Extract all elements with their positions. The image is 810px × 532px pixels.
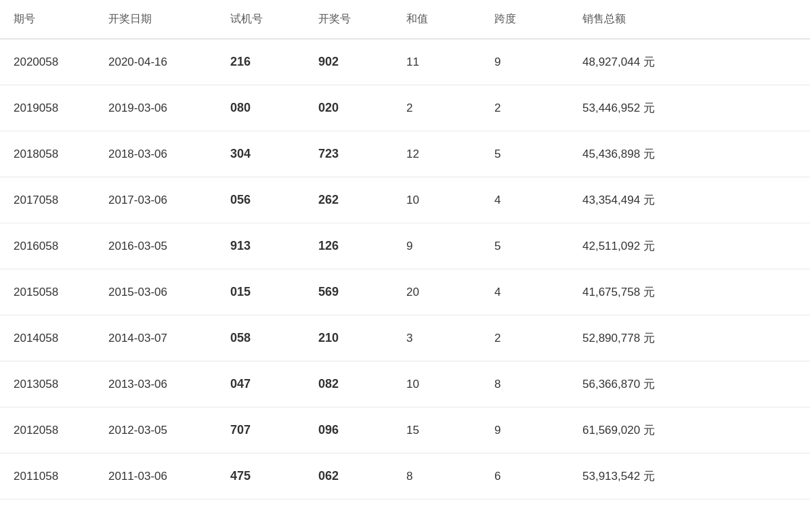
cell-period: 2014058	[0, 315, 95, 361]
header-period: 期号	[0, 0, 95, 39]
cell-trial: 015	[217, 269, 305, 315]
cell-sales: 52,890,778 元	[569, 315, 810, 361]
table-body: 20200582020-04-1621690211948,927,044 元20…	[0, 39, 810, 500]
header-sales: 销售总额	[569, 0, 810, 39]
cell-period: 2012058	[0, 407, 95, 453]
cell-trial: 475	[217, 453, 305, 500]
cell-period: 2013058	[0, 361, 95, 407]
cell-sum: 10	[393, 177, 481, 223]
cell-sales: 48,927,044 元	[569, 39, 810, 85]
cell-sales: 53,446,952 元	[569, 85, 810, 131]
cell-sum: 3	[393, 315, 481, 361]
cell-winning: 569	[305, 269, 393, 315]
cell-trial: 707	[217, 407, 305, 453]
cell-winning: 902	[305, 39, 393, 85]
cell-trial: 058	[217, 315, 305, 361]
cell-span: 4	[481, 177, 569, 223]
cell-span: 6	[481, 453, 569, 500]
cell-date: 2017-03-06	[95, 177, 217, 223]
cell-span: 2	[481, 315, 569, 361]
header-row: 期号 开奖日期 试机号 开奖号 和值 跨度 销售总额	[0, 0, 810, 39]
cell-winning: 082	[305, 361, 393, 407]
table-row: 20160582016-03-059131269542,511,092 元	[0, 223, 810, 269]
cell-winning: 126	[305, 223, 393, 269]
header-span: 跨度	[481, 0, 569, 39]
cell-sales: 41,675,758 元	[569, 269, 810, 315]
cell-period: 2015058	[0, 269, 95, 315]
cell-sum: 2	[393, 85, 481, 131]
cell-sales: 45,436,898 元	[569, 131, 810, 177]
table-row: 20110582011-03-064750628653,913,542 元	[0, 453, 810, 500]
table-row: 20180582018-03-0630472312545,436,898 元	[0, 131, 810, 177]
cell-winning: 096	[305, 407, 393, 453]
header-trial: 试机号	[217, 0, 305, 39]
header-sum: 和值	[393, 0, 481, 39]
cell-period: 2020058	[0, 39, 95, 85]
cell-trial: 913	[217, 223, 305, 269]
table-header: 期号 开奖日期 试机号 开奖号 和值 跨度 销售总额	[0, 0, 810, 39]
cell-period: 2017058	[0, 177, 95, 223]
cell-sales: 42,511,092 元	[569, 223, 810, 269]
cell-span: 5	[481, 223, 569, 269]
cell-span: 9	[481, 407, 569, 453]
cell-sales: 61,569,020 元	[569, 407, 810, 453]
cell-winning: 262	[305, 177, 393, 223]
cell-span: 4	[481, 269, 569, 315]
cell-sum: 15	[393, 407, 481, 453]
lottery-table: 期号 开奖日期 试机号 开奖号 和值 跨度 销售总额 20200582020-0…	[0, 0, 810, 500]
cell-trial: 047	[217, 361, 305, 407]
cell-sum: 20	[393, 269, 481, 315]
cell-span: 8	[481, 361, 569, 407]
cell-sum: 9	[393, 223, 481, 269]
cell-trial: 056	[217, 177, 305, 223]
cell-span: 5	[481, 131, 569, 177]
main-container: 期号 开奖日期 试机号 开奖号 和值 跨度 销售总额 20200582020-0…	[0, 0, 810, 532]
cell-sales: 53,913,542 元	[569, 453, 810, 500]
cell-sum: 8	[393, 453, 481, 500]
cell-date: 2016-03-05	[95, 223, 217, 269]
cell-winning: 020	[305, 85, 393, 131]
cell-period: 2016058	[0, 223, 95, 269]
cell-date: 2012-03-05	[95, 407, 217, 453]
table-row: 20130582013-03-0604708210856,366,870 元	[0, 361, 810, 407]
cell-winning: 062	[305, 453, 393, 500]
cell-trial: 080	[217, 85, 305, 131]
cell-span: 9	[481, 39, 569, 85]
cell-date: 2011-03-06	[95, 453, 217, 500]
cell-sum: 12	[393, 131, 481, 177]
cell-date: 2014-03-07	[95, 315, 217, 361]
header-winning: 开奖号	[305, 0, 393, 39]
cell-sum: 10	[393, 361, 481, 407]
cell-winning: 210	[305, 315, 393, 361]
cell-date: 2013-03-06	[95, 361, 217, 407]
table-row: 20170582017-03-0605626210443,354,494 元	[0, 177, 810, 223]
table-row: 20150582015-03-0601556920441,675,758 元	[0, 269, 810, 315]
cell-date: 2015-03-06	[95, 269, 217, 315]
table-row: 20190582019-03-060800202253,446,952 元	[0, 85, 810, 131]
cell-period: 2018058	[0, 131, 95, 177]
cell-date: 2018-03-06	[95, 131, 217, 177]
cell-trial: 304	[217, 131, 305, 177]
cell-trial: 216	[217, 39, 305, 85]
table-row: 20200582020-04-1621690211948,927,044 元	[0, 39, 810, 85]
header-date: 开奖日期	[95, 0, 217, 39]
cell-period: 2011058	[0, 453, 95, 500]
cell-period: 2019058	[0, 85, 95, 131]
table-row: 20140582014-03-070582103252,890,778 元	[0, 315, 810, 361]
cell-span: 2	[481, 85, 569, 131]
cell-date: 2020-04-16	[95, 39, 217, 85]
cell-sales: 43,354,494 元	[569, 177, 810, 223]
cell-sum: 11	[393, 39, 481, 85]
table-row: 20120582012-03-0570709615961,569,020 元	[0, 407, 810, 453]
cell-winning: 723	[305, 131, 393, 177]
cell-sales: 56,366,870 元	[569, 361, 810, 407]
cell-date: 2019-03-06	[95, 85, 217, 131]
